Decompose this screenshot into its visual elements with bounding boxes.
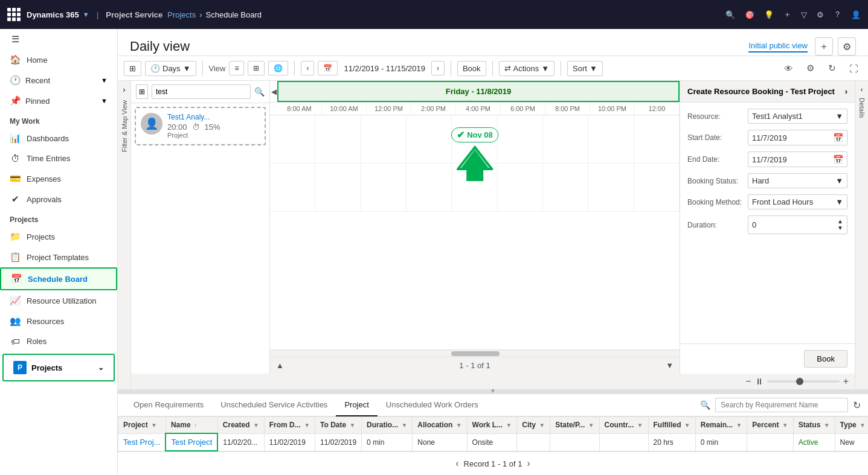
- col-created[interactable]: Created ▼: [217, 417, 264, 434]
- nav-down-arrow[interactable]: ▼: [666, 361, 674, 370]
- book-submit-button[interactable]: Book: [804, 350, 847, 368]
- date-picker-button[interactable]: 📅: [318, 61, 338, 75]
- col-city[interactable]: City ▼: [517, 417, 550, 434]
- notifications-icon[interactable]: 🎯: [745, 10, 754, 19]
- user-icon[interactable]: 👤: [851, 10, 861, 19]
- sidebar-item-project-templates[interactable]: 📋 Project Templates: [0, 247, 117, 267]
- col-expand-left[interactable]: ◀: [270, 88, 277, 96]
- col-remaining[interactable]: Remain... ▼: [695, 417, 747, 434]
- sidebar-bottom-projects[interactable]: P Projects ⌄: [4, 355, 114, 380]
- sidebar-item-approvals[interactable]: ✔ Approvals: [0, 189, 117, 209]
- zoom-thumb[interactable]: [796, 378, 803, 385]
- col-to-date[interactable]: To Date ▼: [315, 417, 362, 434]
- app-title[interactable]: Dynamics 365: [27, 10, 79, 19]
- resource-dropdown-icon[interactable]: ▼: [835, 112, 843, 121]
- col-percent[interactable]: Percent ▼: [747, 417, 793, 434]
- col-fulfilled[interactable]: Fulfilled ▼: [648, 417, 695, 434]
- col-allocation[interactable]: Allocation ▼: [413, 417, 467, 434]
- sidebar-item-resource-utilization[interactable]: 📈 Resource Utilization: [0, 290, 117, 311]
- board-settings-button[interactable]: ⚙: [802, 60, 818, 77]
- resource-expand-button[interactable]: ⊞: [136, 84, 148, 99]
- col-from-date[interactable]: From D... ▼: [264, 417, 315, 434]
- requirement-search-input[interactable]: [715, 398, 848, 412]
- zoom-pause-icon[interactable]: ⏸: [755, 377, 764, 386]
- name-link[interactable]: Test Project: [171, 438, 212, 447]
- filter-icon[interactable]: ▽: [801, 10, 807, 19]
- pagination-next-button[interactable]: ›: [527, 458, 530, 469]
- settings-icon[interactable]: ⚙: [817, 10, 824, 19]
- fullscreen-button[interactable]: ⛶: [845, 60, 862, 77]
- col-country[interactable]: Countr... ▼: [599, 417, 648, 434]
- sidebar-item-recent[interactable]: 🕐 Recent ▼: [0, 70, 117, 91]
- sidebar-item-dashboards[interactable]: 📊 Dashboards: [0, 128, 117, 148]
- book-button[interactable]: Book: [457, 61, 486, 76]
- question-icon[interactable]: ？: [834, 9, 841, 20]
- duration-field[interactable]: 0 ▲ ▼: [748, 215, 847, 234]
- col-duration[interactable]: Duratio... ▼: [362, 417, 413, 434]
- booking-method-dropdown-icon[interactable]: ▼: [835, 197, 843, 206]
- days-button[interactable]: 🕐 Days ▼: [145, 61, 196, 76]
- duration-decrement[interactable]: ▼: [837, 225, 843, 231]
- sidebar-item-home[interactable]: 🏠 Home: [0, 49, 117, 70]
- list-view-button[interactable]: ≡: [229, 61, 244, 75]
- sidebar-item-expenses[interactable]: 💳 Expenses: [0, 168, 117, 189]
- zoom-track[interactable]: [767, 380, 840, 383]
- duration-increment[interactable]: ▲: [837, 218, 843, 225]
- resource-name[interactable]: Test1 Analy...: [167, 113, 260, 121]
- booking-panel-expand-icon[interactable]: ›: [845, 87, 847, 96]
- tab-project[interactable]: Project: [336, 394, 377, 416]
- zoom-minus-button[interactable]: −: [745, 376, 751, 387]
- end-date-field[interactable]: 11/7/2019 📅: [748, 151, 847, 167]
- horizontal-scrollbar[interactable]: [270, 349, 680, 357]
- add-view-button[interactable]: ＋: [815, 37, 833, 56]
- sidebar-item-time-entries[interactable]: ⏱ Time Entries: [0, 148, 117, 168]
- col-name[interactable]: Name ↑: [166, 417, 217, 434]
- booking-status-field[interactable]: Hard ▼: [748, 173, 847, 188]
- tab-unscheduled-service[interactable]: Unscheduled Service Activities: [212, 394, 336, 416]
- cell-project[interactable]: Test Proj...: [118, 433, 166, 451]
- sort-button[interactable]: Sort ▼: [567, 61, 603, 76]
- refresh-board-button[interactable]: ↻: [823, 60, 840, 77]
- expand-collapse-button[interactable]: ⊞: [124, 61, 141, 76]
- add-icon[interactable]: ＋: [783, 9, 791, 20]
- cell-name[interactable]: Test Project: [166, 433, 217, 451]
- sidebar-item-resources[interactable]: 👥 Resources: [0, 311, 117, 331]
- resource-search-input[interactable]: [152, 84, 251, 99]
- sidebar-item-roles[interactable]: 🏷 Roles: [0, 331, 117, 351]
- booking-method-field[interactable]: Front Load Hours ▼: [748, 194, 847, 209]
- sidebar-item-schedule-board[interactable]: 📅 Schedule Board: [0, 267, 117, 290]
- start-date-calendar-icon[interactable]: 📅: [833, 133, 843, 142]
- start-date-field[interactable]: 11/7/2019 📅: [748, 130, 847, 145]
- col-type[interactable]: Type ▼: [835, 417, 868, 434]
- end-date-calendar-icon[interactable]: 📅: [833, 155, 843, 164]
- grid-view-button[interactable]: ⊞: [248, 61, 265, 75]
- bottom-refresh-button[interactable]: ↻: [853, 400, 861, 411]
- col-work-location[interactable]: Work L... ▼: [467, 417, 517, 434]
- map-view-button[interactable]: 🌐: [268, 61, 288, 75]
- col-project[interactable]: Project ▼: [118, 417, 166, 434]
- nav-up-arrow[interactable]: ▲: [276, 361, 284, 370]
- breadcrumb-projects[interactable]: Projects: [167, 10, 196, 19]
- tab-open-requirements[interactable]: Open Requirements: [125, 394, 212, 416]
- details-panel[interactable]: ‹ Details: [855, 81, 868, 389]
- col-status[interactable]: Status ▼: [793, 417, 835, 434]
- prev-date-button[interactable]: ‹: [301, 61, 314, 75]
- filter-map-view-panel[interactable]: › Filter & Map View: [118, 81, 131, 389]
- next-date-button[interactable]: ›: [431, 61, 445, 75]
- scroll-thumb[interactable]: [451, 351, 500, 356]
- tab-unscheduled-work-orders[interactable]: Unscheduled Work Orders: [378, 394, 487, 416]
- pagination-prev-button[interactable]: ‹: [455, 458, 458, 469]
- actions-button[interactable]: ⇄ Actions ▼: [499, 61, 555, 76]
- sidebar-item-projects[interactable]: 📁 Projects: [0, 226, 117, 247]
- resource-search-submit[interactable]: 🔍: [254, 87, 265, 97]
- search-icon[interactable]: 🔍: [725, 10, 735, 19]
- zoom-plus-button[interactable]: +: [843, 376, 849, 387]
- booking-status-dropdown-icon[interactable]: ▼: [835, 176, 843, 185]
- preview-button[interactable]: 👁: [780, 60, 797, 77]
- help-icon[interactable]: 💡: [764, 10, 774, 19]
- settings-view-button[interactable]: ⚙: [838, 37, 856, 56]
- sidebar-item-pinned[interactable]: 📌 Pinned ▼: [0, 91, 117, 111]
- project-link[interactable]: Test Proj...: [123, 438, 160, 447]
- sidebar-hamburger[interactable]: ☰: [0, 29, 117, 49]
- initial-public-view-label[interactable]: Initial public view: [748, 41, 808, 53]
